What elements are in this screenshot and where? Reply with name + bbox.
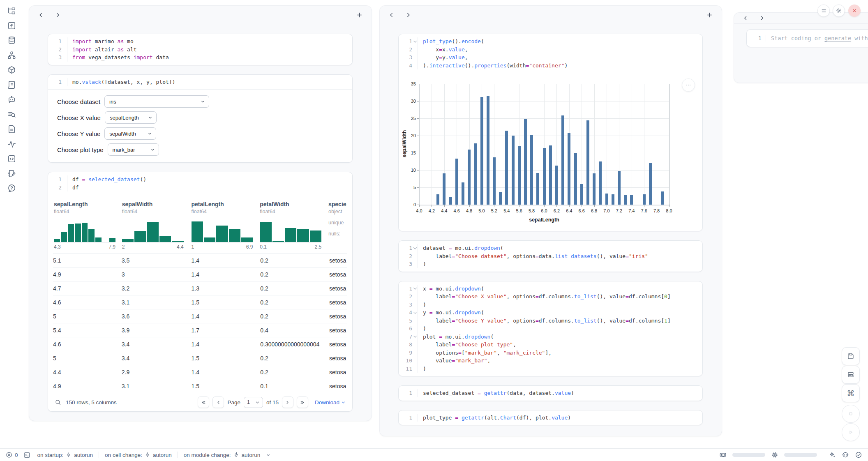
chevron-down-icon bbox=[201, 99, 205, 104]
code-line[interactable]: df bbox=[67, 184, 79, 192]
functions-icon[interactable] bbox=[7, 21, 16, 30]
code-line[interactable]: ).interactive().properties(width="contai… bbox=[418, 62, 568, 70]
altair-bar-chart[interactable]: sepalWidth sepalLength 051015202530354.0… bbox=[399, 73, 702, 231]
column-name[interactable]: petalWidth bbox=[260, 201, 323, 207]
page-select[interactable]: 1 bbox=[244, 397, 263, 408]
snippets-icon[interactable] bbox=[7, 154, 16, 164]
table-header: sepalLengthfloat644.37.9sepalWidthfloat6… bbox=[53, 197, 347, 253]
file-tree-icon[interactable] bbox=[7, 6, 16, 16]
column-name[interactable]: species bbox=[328, 201, 341, 207]
menu-button[interactable] bbox=[817, 5, 830, 17]
column-name[interactable]: petalLength bbox=[192, 201, 254, 207]
layout-toggle-button[interactable] bbox=[842, 366, 860, 384]
y-value-select[interactable]: sepalWidth bbox=[104, 127, 156, 140]
code-line[interactable]: x = mo.ui.dropdown( bbox=[418, 285, 484, 293]
on-module-change-setting[interactable]: on module change: autorun bbox=[184, 452, 271, 458]
code-line[interactable]: plot_type = getattr(alt.Chart(df), plot.… bbox=[418, 414, 571, 422]
download-button[interactable]: Download bbox=[315, 399, 346, 406]
first-page-button[interactable] bbox=[198, 396, 209, 408]
code-line[interactable]: plot = mo.ui.dropdown( bbox=[418, 333, 494, 341]
last-page-button[interactable] bbox=[297, 396, 308, 408]
code-line[interactable]: import marimo as mo bbox=[67, 37, 134, 46]
keyboard-shortcuts-button[interactable]: ⌘ bbox=[842, 384, 860, 402]
line-number: 1 bbox=[48, 175, 67, 184]
copilot-icon[interactable] bbox=[842, 451, 849, 459]
code-cell-plot[interactable]: 1plot_type().encode(2 x=x.value,3 y=y.va… bbox=[398, 34, 703, 231]
code-line[interactable]: ) bbox=[418, 365, 426, 373]
x-value-select[interactable]: sepalLength bbox=[105, 111, 157, 124]
code-line[interactable]: dataset = mo.ui.dropdown( bbox=[418, 244, 503, 252]
add-cell-icon[interactable] bbox=[706, 12, 713, 18]
line-number: 1 bbox=[399, 285, 418, 293]
datasources-icon[interactable] bbox=[7, 36, 16, 45]
chart-menu-button[interactable] bbox=[682, 78, 695, 92]
help-icon[interactable] bbox=[7, 184, 16, 193]
code-cell-plot-type[interactable]: 1plot_type = getattr(alt.Chart(df), plot… bbox=[398, 410, 703, 426]
add-cell-icon[interactable] bbox=[356, 12, 363, 18]
generate-link[interactable]: generate bbox=[824, 35, 851, 41]
code-cell-imports[interactable]: 1import marimo as mo2import altair as al… bbox=[48, 34, 353, 65]
table-cell: 5.1 bbox=[53, 257, 122, 264]
on-cell-change-setting[interactable]: on cell change: autorun bbox=[105, 452, 172, 458]
code-line[interactable]: label="Choose dataset", options=data.lis… bbox=[418, 252, 648, 260]
logs-icon[interactable] bbox=[7, 110, 16, 119]
code-line[interactable]: mo.vstack([dataset, x, y, plot]) bbox=[67, 78, 175, 86]
ai-sparkles-icon[interactable] bbox=[829, 451, 836, 459]
on-startup-setting[interactable]: on startup: autorun bbox=[37, 452, 93, 458]
column-name[interactable]: sepalWidth bbox=[122, 201, 186, 207]
code-cell-selected-dataset[interactable]: 1selected_dataset = getattr(data, datase… bbox=[398, 385, 703, 401]
save-button[interactable] bbox=[842, 347, 860, 365]
stop-icon bbox=[847, 410, 854, 417]
chevron-left-icon[interactable] bbox=[388, 12, 395, 18]
code-line[interactable]: y = mo.ui.dropdown( bbox=[418, 309, 484, 317]
gear-icon bbox=[836, 8, 842, 14]
code-line[interactable]: plot_type().encode( bbox=[418, 37, 484, 46]
code-cell-df[interactable]: 1df = selected_dataset()2df sepalLengthf… bbox=[48, 172, 353, 412]
settings-button[interactable] bbox=[833, 5, 845, 17]
scratchpad-icon[interactable] bbox=[7, 169, 16, 178]
dataset-select[interactable]: iris bbox=[104, 95, 209, 108]
code-line[interactable]: ) bbox=[418, 260, 426, 268]
chevron-left-icon[interactable] bbox=[38, 12, 44, 18]
code-line[interactable]: x=x.value, bbox=[418, 46, 468, 54]
code-line[interactable]: import altair as alt bbox=[67, 46, 137, 54]
code-line[interactable]: value="mark_bar", bbox=[418, 357, 490, 365]
dependencies-icon[interactable] bbox=[7, 51, 16, 60]
run-button[interactable] bbox=[842, 423, 860, 441]
code-line[interactable]: ) bbox=[418, 325, 426, 333]
chevron-right-icon[interactable] bbox=[405, 12, 411, 18]
chevron-right-icon[interactable] bbox=[55, 12, 61, 18]
chevron-left-icon[interactable] bbox=[743, 15, 748, 21]
code-line[interactable]: label="Choose Y value", options=df.colum… bbox=[418, 317, 671, 325]
code-line[interactable]: selected_dataset = getattr(data, dataset… bbox=[418, 389, 574, 397]
tracing-icon[interactable] bbox=[7, 139, 16, 149]
terminal-button[interactable] bbox=[23, 452, 30, 459]
error-indicator[interactable]: 0 bbox=[6, 452, 18, 458]
search-icon[interactable] bbox=[55, 399, 61, 406]
prev-page-button[interactable] bbox=[212, 396, 224, 408]
table-footer: 150 rows, 5 columns Page 1 of 15 Downloa… bbox=[53, 393, 347, 411]
code-cell-xy-plot-dropdowns[interactable]: 1x = mo.ui.dropdown(2 label="Choose X va… bbox=[398, 281, 703, 377]
connection-status-icon[interactable] bbox=[855, 451, 862, 459]
code-line[interactable]: y=y.value, bbox=[418, 53, 468, 62]
line-number: 1 bbox=[48, 78, 67, 86]
empty-code-cell[interactable]: 1 Start coding or generate with AI bbox=[746, 29, 868, 47]
ai-chat-icon[interactable] bbox=[7, 95, 16, 104]
column-name[interactable]: sepalLength bbox=[54, 201, 116, 207]
code-line[interactable]: options=["mark_bar", "mark_circle"], bbox=[418, 349, 552, 357]
shutdown-button[interactable] bbox=[848, 5, 861, 17]
scroll-icon[interactable] bbox=[7, 80, 16, 90]
documentation-icon[interactable] bbox=[7, 124, 16, 134]
code-line[interactable]: label="Choose X value", options=df.colum… bbox=[418, 293, 671, 301]
code-line[interactable]: from vega_datasets import data bbox=[67, 53, 169, 62]
code-line[interactable]: df = selected_dataset() bbox=[67, 175, 146, 184]
code-cell-vstack[interactable]: 1mo.vstack([dataset, x, y, plot]) Choose… bbox=[48, 74, 353, 163]
plot-type-select[interactable]: mark_bar bbox=[108, 143, 159, 156]
chevron-right-icon[interactable] bbox=[759, 15, 765, 21]
code-line[interactable]: label="Choose plot type", bbox=[418, 341, 516, 349]
packages-icon[interactable] bbox=[7, 65, 16, 75]
next-page-button[interactable] bbox=[282, 396, 293, 408]
stop-button[interactable] bbox=[842, 405, 860, 423]
code-cell-dataset-dropdown[interactable]: 1dataset = mo.ui.dropdown(2 label="Choos… bbox=[398, 240, 703, 272]
code-line[interactable]: ) bbox=[418, 301, 426, 309]
